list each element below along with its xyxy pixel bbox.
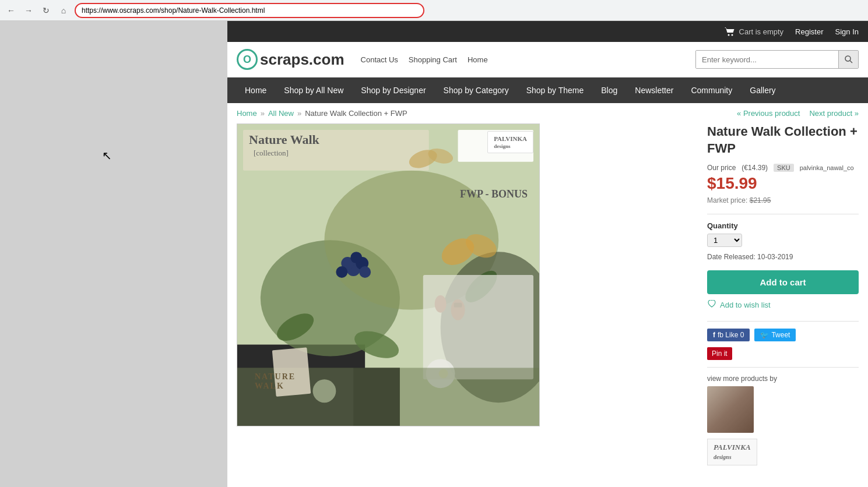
market-price-label: Market price: bbox=[707, 196, 747, 204]
tweet-icon: 🐦 bbox=[760, 331, 769, 339]
price-label: Our price bbox=[707, 164, 736, 172]
collage-bottom-text: NATUREWALK bbox=[255, 372, 296, 391]
designer-avatar[interactable] bbox=[707, 386, 754, 433]
market-price-value: $21.95 bbox=[750, 196, 771, 204]
facebook-like-button[interactable]: f fb Like 0 bbox=[707, 329, 750, 341]
svg-point-13 bbox=[350, 252, 362, 263]
collage-brand: PALVINKAdesigns bbox=[487, 131, 533, 153]
page-wrapper: Cart is empty Register Sign In O scraps.… bbox=[0, 21, 868, 487]
cart-text: Cart is empty bbox=[739, 27, 784, 36]
breadcrumb-all-new[interactable]: All New bbox=[268, 109, 294, 118]
reload-button[interactable]: ↻ bbox=[40, 4, 52, 17]
header-nav: Contact Us Shopping Cart Home bbox=[361, 55, 488, 64]
sku-value: palvinka_nawal_co bbox=[800, 164, 854, 171]
nav-gallery[interactable]: Gallery bbox=[742, 77, 783, 103]
site-header: O scraps.com Contact Us Shopping Cart Ho… bbox=[227, 42, 868, 77]
tweet-label: Tweet bbox=[771, 331, 790, 339]
collage-subtitle: [collection] bbox=[254, 149, 289, 158]
product-title: Nature Walk Collection + FWP bbox=[707, 123, 859, 157]
svg-rect-25 bbox=[423, 275, 533, 379]
nav-theme[interactable]: Shop by Theme bbox=[518, 77, 592, 103]
fb-label: fb Like 0 bbox=[718, 331, 744, 339]
search-icon bbox=[845, 55, 853, 63]
tweet-button[interactable]: 🐦 Tweet bbox=[754, 329, 796, 341]
designer-logo[interactable]: PALVINKAdesigns bbox=[707, 439, 757, 465]
home-button[interactable]: ⌂ bbox=[57, 4, 70, 17]
date-released-value: 10-03-2019 bbox=[757, 253, 793, 261]
add-to-wishlist-row[interactable]: Add to wish list bbox=[707, 300, 859, 309]
cart-indicator: Cart is empty bbox=[724, 27, 784, 36]
cart-icon bbox=[724, 27, 736, 36]
header-search bbox=[695, 50, 859, 69]
designer-avatar-placeholder bbox=[707, 386, 754, 433]
market-price: Market price: $21.95 bbox=[707, 196, 859, 204]
prev-product-link[interactable]: « Previous product bbox=[737, 109, 800, 118]
quantity-label: Quantity bbox=[707, 221, 859, 230]
date-released: Date Released: 10-03-2019 bbox=[707, 253, 859, 261]
nav-category[interactable]: Shop by Category bbox=[435, 77, 517, 103]
divider1 bbox=[707, 214, 859, 214]
svg-line-3 bbox=[850, 61, 852, 63]
search-input[interactable] bbox=[696, 51, 838, 68]
view-more-label: view more products by bbox=[707, 375, 859, 383]
wishlist-label: Add to wish list bbox=[720, 301, 771, 309]
breadcrumb: Home » All New » Nature Walk Collection … bbox=[227, 103, 868, 123]
address-bar[interactable] bbox=[75, 3, 424, 18]
divider3 bbox=[707, 367, 859, 368]
logo-circle: O bbox=[237, 49, 258, 70]
svg-point-0 bbox=[728, 34, 729, 36]
main-nav: Home Shop by All New Shop by Designer Sh… bbox=[227, 77, 868, 103]
pinterest-button[interactable]: Pin it bbox=[707, 347, 732, 360]
nav-newsletter[interactable]: Newsletter bbox=[627, 77, 681, 103]
signin-link[interactable]: Sign In bbox=[835, 27, 859, 36]
register-link[interactable]: Register bbox=[795, 27, 823, 36]
wishlist-icon bbox=[707, 300, 716, 309]
price-eur: (€14.39) bbox=[742, 164, 768, 172]
divider2 bbox=[707, 321, 859, 322]
quantity-select[interactable]: 1 2 3 4 5 bbox=[707, 234, 742, 247]
fb-icon: f bbox=[713, 331, 715, 339]
nav-home[interactable]: Home bbox=[237, 77, 275, 103]
header-nav-cart[interactable]: Shopping Cart bbox=[409, 55, 457, 64]
svg-point-2 bbox=[845, 56, 851, 61]
sku-label: SKU bbox=[774, 164, 794, 172]
breadcrumb-sep1: » bbox=[261, 109, 265, 118]
svg-point-1 bbox=[731, 34, 733, 36]
product-collage: Nature Walk [collection] PALVINKAdesigns… bbox=[237, 123, 540, 426]
nav-designer[interactable]: Shop by Designer bbox=[353, 77, 434, 103]
collage-fwp: FWP - BONUS bbox=[460, 188, 528, 200]
collage-title: Nature Walk bbox=[249, 132, 319, 147]
search-button[interactable] bbox=[838, 51, 858, 68]
svg-point-15 bbox=[336, 266, 347, 278]
add-to-cart-button[interactable]: Add to cart bbox=[707, 270, 859, 294]
price-row: Our price (€14.39) SKU palvinka_nawal_co bbox=[707, 164, 859, 172]
breadcrumb-home[interactable]: Home bbox=[237, 109, 257, 118]
logo-text: scraps.com bbox=[260, 51, 345, 69]
site-logo[interactable]: O scraps.com bbox=[237, 49, 345, 70]
main-content: Cart is empty Register Sign In O scraps.… bbox=[227, 21, 868, 487]
product-image-col: Nature Walk [collection] PALVINKAdesigns… bbox=[237, 123, 695, 465]
next-product-link[interactable]: Next product » bbox=[809, 109, 859, 118]
nav-community[interactable]: Community bbox=[683, 77, 740, 103]
top-bar: Cart is empty Register Sign In bbox=[227, 21, 868, 42]
breadcrumb-sep2: » bbox=[297, 109, 301, 118]
forward-button[interactable]: → bbox=[22, 4, 35, 17]
date-released-label: Date Released: bbox=[707, 253, 755, 261]
nav-blog[interactable]: Blog bbox=[593, 77, 625, 103]
nav-all-new[interactable]: Shop by All New bbox=[276, 77, 352, 103]
header-nav-home[interactable]: Home bbox=[468, 55, 488, 64]
sidebar-left bbox=[0, 21, 227, 487]
product-area: Nature Walk [collection] PALVINKAdesigns… bbox=[227, 123, 868, 477]
svg-point-14 bbox=[359, 266, 371, 278]
pin-label: Pin it bbox=[712, 350, 728, 358]
product-details-col: Nature Walk Collection + FWP Our price (… bbox=[707, 123, 859, 465]
back-button[interactable]: ← bbox=[5, 4, 17, 17]
price-main: $15.99 bbox=[707, 174, 859, 193]
browser-chrome: ← → ↻ ⌂ bbox=[0, 0, 868, 21]
header-nav-contact[interactable]: Contact Us bbox=[361, 55, 398, 64]
product-navigation: « Previous product Next product » bbox=[737, 109, 859, 118]
logo-o-letter: O bbox=[243, 54, 251, 66]
breadcrumb-current: Nature Walk Collection + FWP bbox=[305, 109, 407, 118]
social-row: f fb Like 0 🐦 Tweet bbox=[707, 329, 859, 341]
